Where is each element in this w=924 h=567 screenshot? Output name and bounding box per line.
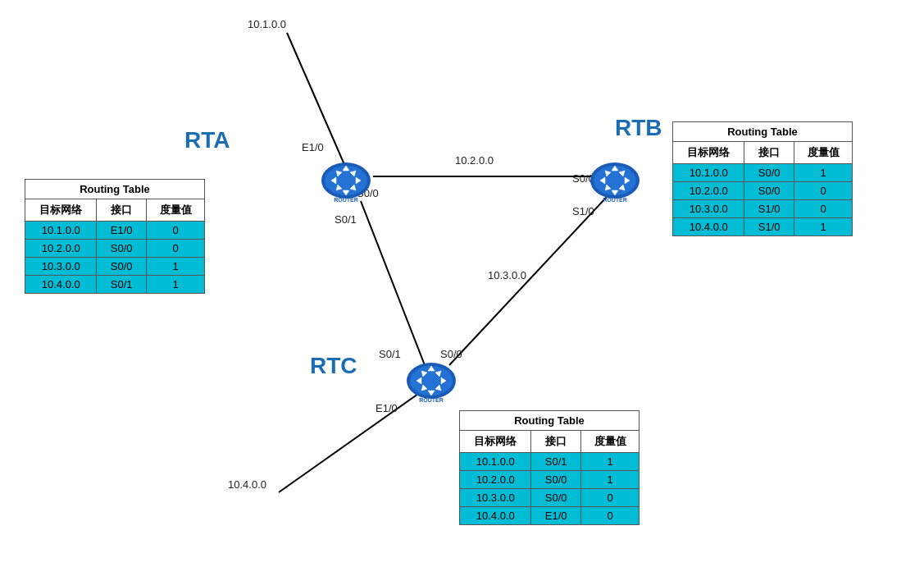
rtb-col-dest: 目标网络 (673, 142, 744, 164)
rta-table-title: Routing Table (25, 180, 205, 199)
ip-label-10400: 10.4.0.0 (228, 478, 266, 491)
rtc-table-title: Routing Table (460, 411, 640, 431)
table-row: 10.1.0.0 S0/0 1 (673, 164, 853, 182)
network-diagram: 10.1.0.0 10.2.0.0 10.3.0.0 10.4.0.0 E1/0… (0, 0, 924, 567)
rtc-e10-label: E1/0 (376, 402, 398, 414)
table-row: 10.1.0.0 E1/0 0 (25, 222, 205, 240)
rtb-s10-label: S1/0 (572, 205, 594, 217)
rta-routing-table: Routing Table 目标网络 接口 度量值 10.1.0.0 E1/0 … (25, 179, 205, 294)
svg-text:ROUTER: ROUTER (334, 197, 358, 203)
svg-line-2 (361, 201, 425, 365)
rtc-label: RTC (310, 353, 357, 379)
rtc-col-dest: 目标网络 (460, 431, 531, 453)
rtb-table-title: Routing Table (673, 122, 853, 142)
svg-text:ROUTER: ROUTER (603, 197, 627, 203)
svg-line-3 (449, 197, 607, 365)
table-row: 10.2.0.0 S0/0 1 (460, 471, 640, 489)
rtc-col-metric: 度量值 (581, 431, 640, 453)
table-row: 10.3.0.0 S0/0 1 (25, 258, 205, 276)
rta-s01-label: S0/1 (335, 213, 357, 226)
rtc-routing-table: Routing Table 目标网络 接口 度量值 10.1.0.0 S0/1 … (459, 410, 640, 525)
rtb-col-metric: 度量值 (794, 142, 853, 164)
rta-col-dest: 目标网络 (25, 199, 97, 222)
rtc-col-iface: 接口 (531, 431, 581, 453)
table-row: 10.4.0.0 S0/1 1 (25, 276, 205, 294)
table-row: 10.4.0.0 S1/0 1 (673, 218, 853, 236)
rtb-col-iface: 接口 (744, 142, 794, 164)
table-row: 10.1.0.0 S0/1 1 (460, 453, 640, 471)
svg-text:ROUTER: ROUTER (419, 397, 444, 403)
table-row: 10.3.0.0 S0/0 0 (460, 489, 640, 507)
rtb-label: RTB (615, 115, 662, 141)
rta-router-icon: ROUTER (320, 154, 372, 207)
rta-col-iface: 接口 (97, 199, 147, 222)
table-row: 10.2.0.0 S0/0 0 (673, 182, 853, 200)
rtc-s01-label: S0/1 (379, 348, 401, 360)
rtb-router-icon: ROUTER (589, 154, 641, 207)
rtb-routing-table: Routing Table 目标网络 接口 度量值 10.1.0.0 S0/0 … (672, 121, 853, 236)
rtc-router-icon: ROUTER (405, 354, 457, 407)
ip-label-10300: 10.3.0.0 (488, 269, 526, 281)
rta-e10-label: E1/0 (302, 141, 324, 153)
table-row: 10.2.0.0 S0/0 0 (25, 240, 205, 258)
ip-label-10200: 10.2.0.0 (455, 154, 494, 167)
rta-label: RTA (184, 127, 230, 153)
rta-col-metric: 度量值 (147, 199, 205, 222)
table-row: 10.3.0.0 S1/0 0 (673, 200, 853, 218)
table-row: 10.4.0.0 E1/0 0 (460, 507, 640, 525)
ip-label-10100: 10.1.0.0 (248, 18, 286, 30)
